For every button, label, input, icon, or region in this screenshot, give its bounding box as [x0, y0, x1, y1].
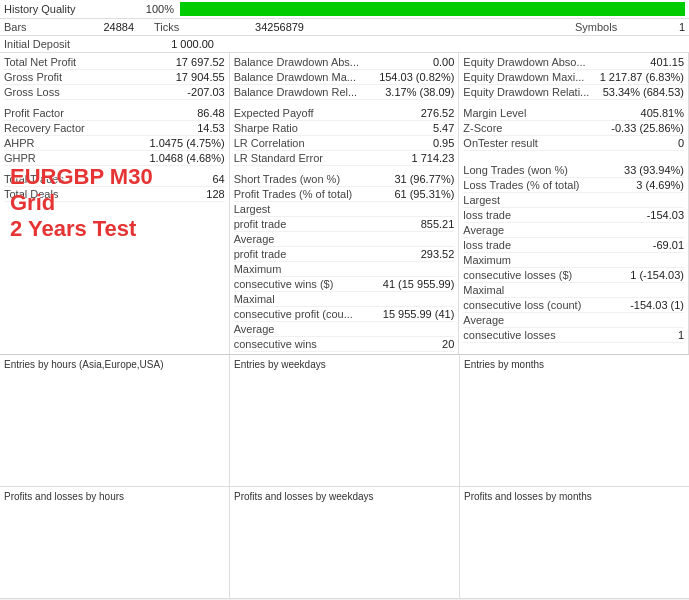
stat-row: Total Net Profit17 697.52	[4, 55, 225, 70]
svg-text:13: 13	[132, 468, 140, 475]
stat-row: Expected Payoff276.52	[234, 106, 455, 121]
stat-row: Balance Drawdown Abs...0.00	[234, 55, 455, 70]
svg-text:5: 5	[69, 468, 73, 475]
stat-label: Gross Profit	[4, 71, 172, 83]
stat-value: -154.03	[647, 209, 684, 221]
stat-label: Average	[234, 233, 451, 245]
svg-rect-162	[425, 579, 451, 590]
svg-text:22: 22	[205, 468, 213, 475]
svg-text:4000: 4000	[246, 532, 262, 539]
svg-text:Tue: Tue	[320, 468, 332, 475]
stat-row: LR Correlation0.95	[234, 136, 455, 151]
svg-rect-125	[42, 589, 49, 590]
svg-rect-126	[50, 589, 57, 590]
stat-label: OnTester result	[463, 137, 674, 149]
svg-text:9: 9	[250, 416, 255, 425]
svg-text:5: 5	[20, 394, 25, 403]
stat-value: 41 (15 955.99)	[383, 278, 455, 290]
svg-text:12: 12	[124, 468, 132, 475]
svg-text:21: 21	[197, 468, 205, 475]
svg-text:2267: 2267	[476, 532, 492, 539]
stat-label: Recovery Factor	[4, 122, 193, 134]
svg-rect-137	[136, 557, 143, 590]
chart-row-1: Entries by hours (Asia,Europe,USA) 02356…	[0, 355, 689, 487]
svg-text:Feb: Feb	[504, 468, 516, 475]
svg-text:3: 3	[52, 468, 56, 475]
stat-row: Largest	[463, 193, 684, 208]
svg-text:Jun: Jun	[570, 468, 581, 475]
svg-rect-12	[35, 449, 42, 464]
stat-row: Balance Drawdown Rel...3.17% (38.09)	[234, 85, 455, 100]
svg-rect-161	[398, 571, 424, 590]
svg-text:Dec: Dec	[667, 468, 680, 475]
stat-value: 401.15	[650, 56, 684, 68]
svg-text:Apr: Apr	[537, 468, 549, 476]
stat-row: Gross Loss-207.03	[4, 85, 225, 100]
stat-label: loss trade	[463, 239, 648, 251]
svg-text:Wed: Wed	[346, 468, 360, 475]
svg-text:1: 1	[36, 468, 40, 475]
svg-rect-100	[552, 420, 567, 464]
stat-value: 154.03 (0.82%)	[379, 71, 454, 83]
svg-rect-112	[649, 411, 664, 464]
svg-rect-80	[424, 444, 451, 464]
stat-row: loss trade-154.03	[463, 208, 684, 223]
stat-value: 15 955.99 (41)	[383, 308, 455, 320]
svg-text:1133: 1133	[476, 560, 492, 567]
stat-row: Average	[234, 322, 455, 337]
stat-row: Short Trades (won %)31 (96.77%)	[234, 172, 455, 187]
stat-value: 0.00	[433, 56, 454, 68]
stat-label: Balance Drawdown Abs...	[234, 56, 429, 68]
stat-label: AHPR	[4, 137, 145, 149]
stat-label: Maximal	[234, 293, 451, 305]
chart-months-pnl-title: Profits and losses by months	[464, 491, 685, 502]
svg-text:Thu: Thu	[375, 468, 387, 475]
stat-row: OnTester result0	[463, 136, 684, 151]
chart-months-entries-title: Entries by months	[464, 359, 685, 370]
svg-text:0: 0	[250, 460, 255, 469]
svg-rect-145	[198, 583, 205, 590]
svg-rect-32	[116, 420, 123, 464]
svg-rect-131	[89, 589, 96, 590]
svg-text:8: 8	[93, 468, 97, 475]
svg-rect-140	[159, 564, 166, 590]
svg-rect-171	[495, 578, 510, 590]
svg-text:Aug: Aug	[602, 468, 615, 476]
svg-rect-24	[83, 449, 90, 464]
stat-label: Equity Drawdown Relati...	[463, 86, 598, 98]
svg-text:0: 0	[28, 587, 32, 594]
header-row: History Quality 100%	[0, 0, 689, 19]
svg-rect-176	[572, 573, 587, 590]
stat-label: Average	[234, 323, 451, 335]
stat-value: -0.33 (25.86%)	[611, 122, 684, 134]
initial-deposit-row: Initial Deposit 1 000.00	[0, 36, 689, 53]
stat-value: 405.81%	[641, 107, 684, 119]
stat-label: Balance Drawdown Ma...	[234, 71, 375, 83]
stat-row: Profit Factor86.48	[4, 106, 225, 121]
svg-text:1167: 1167	[16, 560, 32, 567]
svg-text:Mar: Mar	[521, 468, 534, 475]
stat-label: Equity Drawdown Maxi...	[463, 71, 595, 83]
svg-rect-174	[541, 578, 556, 590]
stat-label: Maximal	[463, 284, 680, 296]
stat-label: Balance Drawdown Rel...	[234, 86, 382, 98]
stat-label: Margin Level	[463, 107, 636, 119]
svg-rect-42	[157, 405, 164, 464]
svg-rect-22	[75, 449, 82, 464]
svg-rect-143	[183, 574, 190, 590]
svg-rect-159	[345, 552, 371, 590]
svg-rect-132	[97, 585, 104, 590]
svg-text:Oct: Oct	[635, 468, 646, 475]
stat-row: Maximal	[234, 292, 455, 307]
stat-row: Profit Trades (% of total)61 (95.31%)	[234, 187, 455, 202]
svg-rect-46	[173, 405, 180, 464]
svg-text:17: 17	[164, 468, 172, 475]
stat-label: Sharpe Ratio	[234, 122, 429, 134]
stat-row: AHPR1.0475 (4.75%)	[4, 136, 225, 151]
chart-months-pnl: Profits and losses by months 01133226734…	[460, 487, 689, 598]
stat-value: 1.0468 (4.68%)	[149, 152, 224, 164]
svg-text:8: 8	[480, 394, 485, 403]
stat-value: 1.0475 (4.75%)	[149, 137, 224, 149]
svg-months-entries: 035810JanFebMarAprMayJunJulAugSepOctNovD…	[464, 372, 685, 482]
svg-rect-52	[197, 435, 204, 464]
